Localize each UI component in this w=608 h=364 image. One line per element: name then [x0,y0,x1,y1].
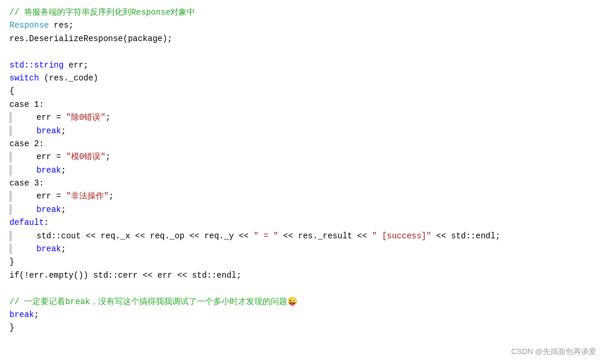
code-text: break [15,164,61,177]
code-line: err = "模0错误"; [9,150,599,163]
code-line: case 1: [9,98,599,111]
code-text: res.DeserializeResponse(package); [9,32,172,45]
code-text: switch [9,72,39,85]
code-line: std::cout << req._x << req._op << req._y… [9,230,599,242]
code-text: "非法操作" [66,190,109,203]
code-text: default [9,216,44,229]
code-line: } [9,255,599,268]
code-line: default: [9,216,599,229]
code-text: (res._code) [39,72,98,85]
code-container: // 将服务端的字符串反序列化到Response对象中 Response res… [0,0,608,364]
code-text: ; [61,242,66,255]
indent-bar [9,151,12,162]
code-text: err; [63,59,88,72]
code-text: ; [106,150,110,163]
code-text: case 2: [9,137,44,150]
code-text: if(!err.empty()) std::cerr << err << std… [9,269,241,282]
code-text: : [44,216,49,229]
indent-bar [9,126,12,136]
indent-bar [9,231,12,241]
code-line: { [9,85,599,97]
code-text: err = [15,111,66,124]
code-text: ; [109,190,113,203]
code-line: Response res; [9,19,599,32]
indent-bar [9,204,12,215]
code-line: err = "除0错误"; [9,111,599,124]
code-line: break; [9,164,599,177]
code-line: res.DeserializeResponse(package); [9,32,599,45]
code-text: err = [15,150,66,163]
code-text: Response [9,19,49,32]
code-text [9,45,14,58]
indent-bar [9,112,12,123]
code-text: std::string [9,59,63,72]
code-text: "模0错误" [66,150,105,163]
code-text: case 3: [9,177,44,190]
code-text: case 1: [9,98,44,111]
code-text: break [9,308,34,321]
code-text: std::cout << req._x << req._op << req._y… [15,230,254,242]
code-text: "除0错误" [66,111,105,124]
code-text [9,282,14,295]
code-line [9,282,599,295]
code-line: std::string err; [9,59,599,72]
code-line: if(!err.empty()) std::cerr << err << std… [9,269,599,282]
code-text: { [9,85,14,97]
code-text: break [15,124,61,137]
code-text: " [success]" [372,230,431,242]
code-text: ; [106,111,110,124]
code-line: break; [9,308,599,321]
code-text: err = [15,190,66,203]
code-text: res; [49,19,73,32]
code-line: err = "非法操作"; [9,190,599,203]
code-text: break [15,242,61,255]
code-line: case 2: [9,137,599,150]
code-line: switch (res._code) [9,72,599,85]
watermark: CSDN @先搞面包再谈爱 [511,346,596,358]
code-text: ; [34,308,39,321]
indent-bar [9,191,12,201]
code-text: } [9,255,14,268]
code-line: case 3: [9,177,599,190]
code-line [9,45,599,58]
code-text: ; [61,124,66,137]
code-line: // 一定要记着break，没有写这个搞得我我调试了一个多小时才发现的问题😜 [9,295,599,308]
code-text: ; [61,164,66,177]
code-text: // 将服务端的字符串反序列化到Response对象中 [9,6,195,19]
code-line: } [9,321,599,334]
code-line: break; [9,124,599,137]
code-text: << std::endl; [431,230,500,242]
indent-bar [9,165,12,176]
code-text: << res._result << [278,230,372,242]
code-line: break; [9,203,599,216]
code-text: " = " [254,230,278,242]
indent-bar [9,244,12,254]
code-text: // 一定要记着break，没有写这个搞得我我调试了一个多小时才发现的问题😜 [9,295,297,308]
code-line: break; [9,242,599,255]
code-text: break [15,203,61,216]
code-text: ; [61,203,66,216]
code-line: // 将服务端的字符串反序列化到Response对象中 [9,6,599,19]
code-text: } [9,321,14,334]
